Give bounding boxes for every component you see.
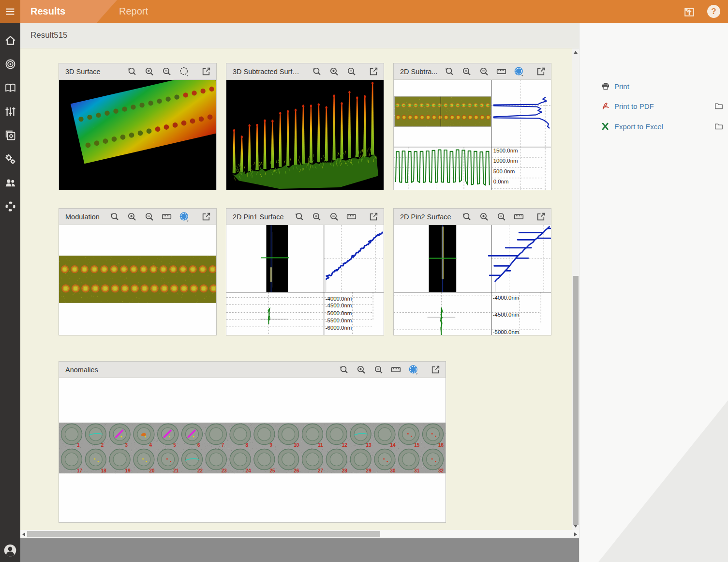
zoom-reset-icon[interactable] [461, 212, 472, 222]
pad-number: 30 [390, 468, 396, 473]
3d-surface-view[interactable] [59, 80, 216, 190]
selection-active-icon[interactable] [514, 66, 524, 76]
ruler-icon[interactable] [496, 66, 506, 76]
zoom-in-icon[interactable] [144, 66, 154, 76]
folder-icon [714, 101, 724, 111]
y-tick: -5000.0nm [493, 329, 520, 335]
zoom-reset-icon[interactable] [294, 212, 304, 222]
zoom-reset-icon[interactable] [339, 365, 349, 375]
print-button[interactable]: Print [579, 79, 728, 93]
selection-active-icon[interactable] [179, 212, 189, 222]
pad-number: 1 [77, 442, 80, 448]
sidebar-item-home[interactable] [0, 29, 20, 52]
y-tick: 1500.0nm [493, 148, 518, 153]
modulation-view[interactable] [59, 225, 216, 335]
2d-subtracted-view[interactable]: 1500.0nm 1000.0nm 500.0nm 0.0nm [394, 80, 551, 190]
popout-icon[interactable] [431, 365, 441, 375]
selection-icon[interactable] [179, 66, 189, 76]
print-to-pdf-button[interactable]: Print to PDF [579, 99, 728, 113]
tab-report[interactable]: Report [117, 0, 190, 23]
ruler-icon[interactable] [391, 365, 401, 375]
horizontal-scrollbar[interactable] [20, 530, 579, 538]
3d-surface-image [59, 80, 216, 190]
sidebar-item-system[interactable] [0, 147, 20, 171]
scroll-right-arrow[interactable] [574, 532, 577, 536]
export-result-button[interactable] [683, 5, 696, 18]
zoom-out-icon[interactable] [496, 212, 506, 222]
3d-subtracted-view[interactable] [226, 80, 384, 190]
scroll-up-arrow[interactable] [574, 51, 578, 54]
zoom-in-icon[interactable] [329, 66, 339, 76]
sidebar-item-target[interactable] [0, 52, 20, 76]
ruler-icon[interactable] [514, 212, 524, 222]
scroll-down-arrow[interactable] [574, 525, 578, 528]
zoom-out-icon[interactable] [329, 212, 339, 222]
panel-modulation: Modulation [59, 208, 217, 335]
popout-icon[interactable] [536, 212, 546, 222]
popout-icon[interactable] [536, 66, 546, 76]
panel-toolbar [312, 66, 379, 76]
zoom-out-icon[interactable] [373, 365, 384, 375]
help-button[interactable]: ? [707, 5, 720, 18]
anomalies-view[interactable]: 1234567891011121314151617181920212223242… [59, 378, 446, 522]
zoom-in-icon[interactable] [461, 66, 472, 76]
panel-title: 2D Subtra... [400, 68, 437, 76]
tab-results[interactable]: Results [20, 0, 117, 23]
zoom-out-icon[interactable] [346, 66, 357, 76]
scroll-left-arrow[interactable] [22, 532, 25, 536]
pad-number: 14 [390, 442, 396, 448]
sidebar-item-recipes[interactable] [0, 123, 20, 147]
pad-number: 10 [294, 442, 299, 448]
excel-folder-button[interactable] [714, 122, 724, 131]
zoom-out-icon[interactable] [144, 212, 154, 222]
pdf-folder-button[interactable] [714, 101, 724, 111]
popout-icon[interactable] [201, 66, 211, 76]
panel-title: 2D Pin1 Surface [233, 213, 284, 221]
ruler-icon[interactable] [162, 212, 172, 222]
pad-number: 23 [222, 468, 227, 473]
sidebar-item-users[interactable] [0, 171, 20, 195]
2d-pin1-view[interactable]: -4000.0nm -4500.0nm -5000.0nm -5500.0nm … [226, 225, 384, 335]
book-icon [4, 82, 16, 94]
2d-pin1-plot: -4000.0nm -4500.0nm -5000.0nm -5500.0nm … [226, 225, 384, 335]
horizontal-scroll-thumb[interactable] [27, 531, 380, 537]
zoom-in-icon[interactable] [356, 365, 366, 375]
export-to-excel-button[interactable]: Export to Excel [579, 119, 728, 134]
pad-number: 25 [269, 468, 275, 473]
vertical-scrollbar[interactable] [572, 48, 579, 530]
popout-icon[interactable] [369, 212, 379, 222]
zoom-in-icon[interactable] [312, 212, 322, 222]
sidebar-item-about[interactable] [0, 195, 20, 218]
breadcrumb: Result515 [20, 23, 579, 48]
popout-icon[interactable] [369, 66, 379, 76]
sidebar-account-button[interactable] [0, 544, 20, 557]
ruler-icon[interactable] [346, 212, 357, 222]
y-tick: 0.0nm [493, 179, 509, 184]
popout-icon[interactable] [201, 212, 211, 222]
sidebar [0, 23, 20, 562]
vertical-scroll-thumb[interactable] [573, 276, 579, 525]
zoom-in-icon[interactable] [127, 212, 137, 222]
menu-button[interactable] [0, 0, 20, 23]
panel-2d-subtracted: 2D Subtra... [393, 63, 551, 190]
zoom-reset-icon[interactable] [109, 212, 119, 222]
zoom-out-icon[interactable] [162, 66, 172, 76]
pad-number: 32 [438, 468, 444, 473]
y-tick: -4500.0nm [493, 312, 520, 318]
selection-active-icon[interactable] [408, 365, 418, 375]
2d-pin2-view[interactable]: -4000.0nm -4500.0nm -5000.0nm [394, 225, 551, 335]
zoom-reset-icon[interactable] [312, 66, 322, 76]
zoom-in-icon[interactable] [479, 212, 489, 222]
sidebar-item-adjustments[interactable] [0, 100, 20, 123]
main-area: Result515 3D Surface 3D Subtracted Surfa… [20, 23, 579, 562]
zoom-out-icon[interactable] [479, 66, 489, 76]
zoom-reset-icon[interactable] [444, 66, 454, 76]
pad-number: 27 [318, 468, 324, 473]
zoom-reset-icon[interactable] [127, 66, 137, 76]
pad-number: 24 [246, 468, 252, 473]
sidebar-item-results[interactable] [0, 76, 20, 100]
panel-toolbar [127, 66, 211, 76]
panel-toolbar [444, 66, 546, 76]
target-icon [4, 58, 16, 70]
panel-title: 2D Pin2 Surface [400, 213, 451, 221]
